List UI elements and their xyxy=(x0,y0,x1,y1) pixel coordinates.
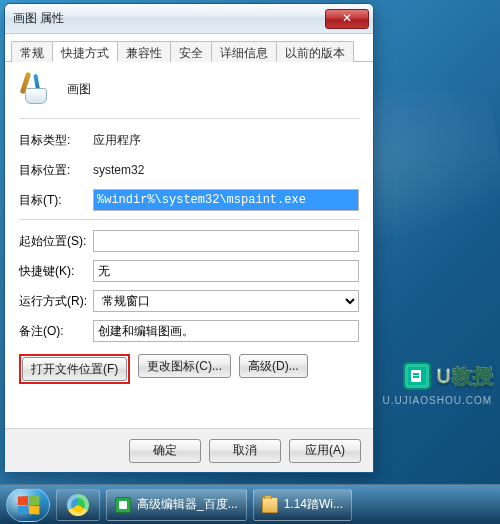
open-file-location-button[interactable]: 打开文件位置(F) xyxy=(22,357,127,381)
watermark: U教授 xyxy=(403,362,494,390)
taskbar-browser-button[interactable] xyxy=(56,489,100,521)
change-icon-button[interactable]: 更改图标(C)... xyxy=(138,354,231,378)
highlight-open-file-location: 打开文件位置(F) xyxy=(19,354,130,384)
tab-details[interactable]: 详细信息 xyxy=(211,41,277,62)
label-run: 运行方式(R): xyxy=(19,293,93,310)
input-shortcut-key[interactable] xyxy=(93,260,359,282)
ok-button[interactable]: 确定 xyxy=(129,439,201,463)
watermark-text: U教授 xyxy=(437,363,494,390)
taskbar-task-editor-label: 高级编辑器_百度... xyxy=(137,496,238,513)
watermark-icon xyxy=(403,362,431,390)
close-button[interactable]: ✕ xyxy=(325,9,369,29)
taskbar: 高级编辑器_百度... 1.14踏Wi... xyxy=(0,484,500,524)
start-button[interactable] xyxy=(6,488,50,522)
windows-logo-icon xyxy=(18,495,40,514)
watermark-url: U.UJIAOSHOU.COM xyxy=(383,395,492,406)
tab-shortcut[interactable]: 快捷方式 xyxy=(52,41,118,62)
label-target-location: 目标位置: xyxy=(19,162,93,179)
value-target-location: system32 xyxy=(93,163,359,177)
label-shortcut-key: 快捷键(K): xyxy=(19,263,93,280)
value-target-type: 应用程序 xyxy=(93,132,359,149)
advanced-button[interactable]: 高级(D)... xyxy=(239,354,308,378)
tab-security[interactable]: 安全 xyxy=(170,41,212,62)
input-comment[interactable] xyxy=(93,320,359,342)
apply-button[interactable]: 应用(A) xyxy=(289,439,361,463)
tab-body: 画图 目标类型: 应用程序 目标位置: system32 目标(T): %win… xyxy=(5,62,373,428)
cancel-button[interactable]: 取消 xyxy=(209,439,281,463)
select-run[interactable]: 常规窗口 xyxy=(93,290,359,312)
taskbar-task-folder[interactable]: 1.14踏Wi... xyxy=(253,489,352,521)
browser-icon xyxy=(67,494,89,516)
folder-icon xyxy=(262,497,278,513)
app-name: 画图 xyxy=(67,81,91,98)
taskbar-task-folder-label: 1.14踏Wi... xyxy=(284,496,343,513)
input-target[interactable] xyxy=(93,189,359,211)
tab-previous-versions[interactable]: 以前的版本 xyxy=(276,41,354,62)
taskbar-task-editor[interactable]: 高级编辑器_百度... xyxy=(106,489,247,521)
tab-compatibility[interactable]: 兼容性 xyxy=(117,41,171,62)
properties-dialog: 画图 属性 ✕ 常规 快捷方式 兼容性 安全 详细信息 以前的版本 画图 目标类… xyxy=(4,3,374,473)
titlebar[interactable]: 画图 属性 ✕ xyxy=(5,4,373,34)
label-start-in: 起始位置(S): xyxy=(19,233,93,250)
dialog-footer: 确定 取消 应用(A) xyxy=(5,428,373,472)
tab-strip: 常规 快捷方式 兼容性 安全 详细信息 以前的版本 xyxy=(5,34,373,62)
editor-app-icon xyxy=(115,497,131,513)
paint-app-icon xyxy=(19,72,53,106)
tab-general[interactable]: 常规 xyxy=(11,41,53,62)
label-target-type: 目标类型: xyxy=(19,132,93,149)
window-title: 画图 属性 xyxy=(13,10,325,27)
label-comment: 备注(O): xyxy=(19,323,93,340)
input-start-in[interactable] xyxy=(93,230,359,252)
label-target: 目标(T): xyxy=(19,192,93,209)
